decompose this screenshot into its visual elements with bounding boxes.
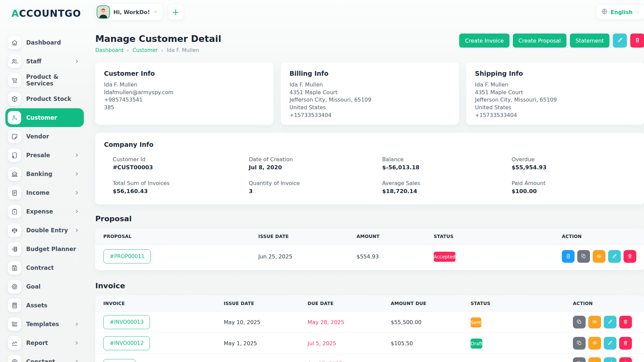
- trash-icon: [623, 340, 628, 347]
- chevron-right-icon: [74, 209, 79, 214]
- statement-button[interactable]: Statement: [570, 34, 609, 48]
- eye-icon: [596, 253, 602, 260]
- sidebar-item-staff[interactable]: Staff: [5, 52, 84, 71]
- chevron-right-icon: [74, 153, 79, 158]
- delete-button[interactable]: [619, 337, 632, 350]
- field-average-sales: Average Sales$18,720.14: [382, 180, 512, 194]
- invoice-table: INVOICE ISSUE DATE DUE DATE AMOUNT DUE S…: [95, 295, 644, 362]
- chevron-right-icon: [74, 190, 79, 195]
- language-selector[interactable]: English: [596, 5, 644, 19]
- chevron-right-icon: [74, 359, 79, 362]
- shipping-country: United States: [475, 104, 636, 112]
- file-invoice-button[interactable]: [562, 250, 575, 263]
- sidebar-item-income[interactable]: Income: [5, 183, 84, 202]
- shipping-street: 4351 Maple Court: [475, 89, 636, 97]
- sidebar-item-vendor[interactable]: Vendor: [5, 127, 84, 146]
- chevron-right-icon: [74, 172, 79, 176]
- sidebar-item-customer[interactable]: Customer: [5, 108, 84, 127]
- edit-button[interactable]: [604, 357, 616, 362]
- breadcrumb-dashboard[interactable]: Dashboard: [95, 47, 123, 53]
- edit-button[interactable]: [608, 250, 621, 263]
- duplicate-button[interactable]: [577, 250, 590, 263]
- breadcrumb-customer[interactable]: Customer: [132, 47, 158, 53]
- view-button[interactable]: [593, 250, 605, 263]
- col-proposal: PROPOSAL: [103, 234, 258, 239]
- invoice-issue-date: May 1, 2025: [224, 340, 308, 347]
- customer-name: Ida F. Mullen: [104, 81, 265, 89]
- col-status: STATUS: [471, 301, 573, 306]
- card-title: Company Info: [104, 141, 636, 148]
- col-issue-date: ISSUE DATE: [224, 301, 308, 306]
- delete-customer-button[interactable]: [630, 34, 644, 48]
- sidebar-item-contract[interactable]: Contract: [5, 258, 84, 277]
- card-title: Billing Info: [289, 70, 450, 77]
- main-content: Hi, WorkDo! + English Manage Customer De…: [89, 0, 644, 362]
- sidebar-item-templates[interactable]: Templates: [5, 315, 84, 334]
- proposal-number-link[interactable]: #PROP00011: [103, 249, 151, 263]
- scale-icon: [8, 224, 21, 237]
- sidebar-item-report[interactable]: Report: [5, 334, 84, 352]
- invoice-number-link[interactable]: #INVO00013: [103, 315, 150, 329]
- col-invoice: INVOICE: [103, 301, 224, 306]
- sidebar-item-presale[interactable]: Presale: [5, 146, 84, 165]
- sidebar-item-expense[interactable]: $ Expense: [5, 202, 84, 221]
- svg-text:$: $: [13, 210, 15, 214]
- invoice-number-link[interactable]: #INVO00012: [103, 336, 150, 350]
- edit-customer-button[interactable]: [613, 34, 627, 48]
- file-badge-icon: [8, 148, 21, 162]
- invoice-actions: [573, 357, 636, 362]
- sidebar-item-dashboard[interactable]: Dashboard: [5, 33, 84, 52]
- user-avatar: [97, 5, 110, 19]
- sidebar-item-budget-planner[interactable]: $ Budget Planner: [5, 240, 84, 258]
- chevron-right-icon: [74, 228, 79, 233]
- sidebar-item-product-stock[interactable]: Product Stock: [5, 89, 84, 108]
- chevron-right-icon: [74, 341, 79, 345]
- user-menu[interactable]: Hi, WorkDo!: [95, 4, 163, 20]
- field-date-of-creation: Date of CreationJul 8, 2020: [249, 156, 382, 171]
- page-title: Manage Customer Detail: [95, 34, 221, 44]
- delete-button[interactable]: [619, 316, 632, 328]
- edit-button[interactable]: [604, 337, 616, 350]
- breadcrumb-current: Ida F. Mullen: [167, 47, 199, 53]
- breadcrumb: Dashboard › Customer › Ida F. Mullen: [95, 47, 221, 54]
- proposal-actions: [562, 250, 636, 263]
- chart-icon: [8, 336, 21, 350]
- cube-icon: [8, 92, 21, 106]
- invoice-due-date: Apr 17, 2025: [308, 361, 391, 362]
- trash-icon: [623, 361, 628, 362]
- invoice-number-link[interactable]: [103, 359, 136, 362]
- create-proposal-button[interactable]: Create Proposal: [513, 34, 567, 48]
- view-button[interactable]: [588, 316, 601, 328]
- billing-country: United States: [289, 104, 450, 112]
- sidebar-item-constant[interactable]: Constant: [5, 352, 84, 362]
- sidebar-nav: Dashboard Staff Product & Services Produ…: [5, 33, 84, 362]
- copy-icon: [577, 361, 582, 362]
- sidebar-item-banking[interactable]: Banking: [5, 165, 84, 183]
- pencil-icon: [617, 37, 623, 44]
- sidebar-item-goal[interactable]: Goal: [5, 277, 84, 296]
- proposal-table-header: PROPOSAL ISSUE DATE AMOUNT STATUS ACTION: [95, 228, 644, 244]
- duplicate-button[interactable]: [573, 316, 586, 328]
- page-actions: Create Invoice Create Proposal Statement: [459, 34, 644, 48]
- add-button[interactable]: +: [168, 4, 183, 20]
- view-button[interactable]: [588, 357, 601, 362]
- sidebar-item-assets[interactable]: Assets: [5, 296, 84, 315]
- breadcrumb-separator: ›: [161, 47, 163, 54]
- sidebar-item-product-services[interactable]: Product & Services: [5, 71, 84, 89]
- billing-street: 4351 Maple Court: [289, 89, 450, 97]
- field-balance: Balance$-56,013.18: [382, 156, 512, 171]
- invoice-amount-due: $55,500.00: [391, 319, 471, 325]
- invoice-row-partial: Apr 17, 2025: [95, 354, 644, 362]
- eye-icon: [592, 361, 597, 362]
- sidebar-item-double-entry[interactable]: Double Entry: [5, 221, 84, 240]
- delete-button[interactable]: [619, 357, 632, 362]
- edit-button[interactable]: [604, 316, 616, 328]
- create-invoice-button[interactable]: Create Invoice: [459, 34, 509, 48]
- home-icon: [8, 36, 21, 49]
- view-button[interactable]: [588, 337, 601, 350]
- trash-icon: [627, 253, 633, 260]
- duplicate-button[interactable]: [573, 337, 586, 350]
- duplicate-button[interactable]: [573, 357, 586, 362]
- disc-icon: [8, 355, 21, 362]
- delete-button[interactable]: [624, 250, 636, 263]
